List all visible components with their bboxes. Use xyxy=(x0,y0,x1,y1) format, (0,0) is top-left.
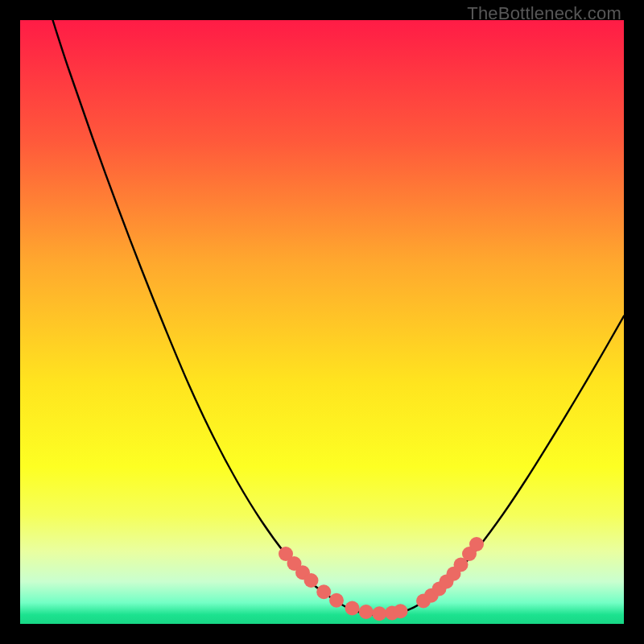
marker-dot xyxy=(359,605,374,619)
marker-dot xyxy=(372,606,386,621)
marker-dot xyxy=(316,584,331,599)
marker-dot xyxy=(345,601,360,616)
marker-dot xyxy=(394,604,408,618)
watermark-text: TheBottleneck.com xyxy=(467,3,621,24)
marker-dot xyxy=(329,593,344,608)
gradient-background xyxy=(20,20,624,624)
chart-svg xyxy=(20,20,624,624)
chart-frame: TheBottleneck.com xyxy=(0,0,644,644)
marker-dot xyxy=(469,537,484,551)
plot-area xyxy=(20,20,624,624)
marker-dot xyxy=(304,573,319,588)
